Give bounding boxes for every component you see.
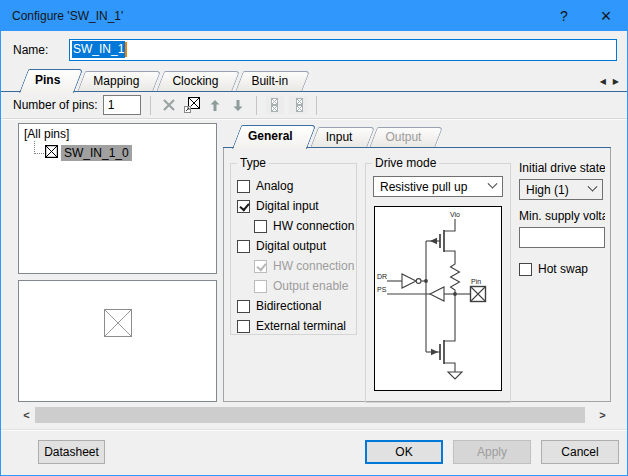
apply-button[interactable]: Apply: [453, 440, 531, 464]
min-supply-voltage-input[interactable]: [519, 227, 605, 248]
tree-root-all-pins[interactable]: [All pins]: [21, 127, 214, 144]
tree-item-label: SW_IN_1_0: [61, 145, 132, 161]
checkbox-hot-swap[interactable]: Hot swap: [519, 259, 605, 279]
right-pane: General Input Output Type Analog Digital…: [223, 123, 611, 402]
checkbox-box: [254, 220, 267, 233]
name-row: Name: SW_IN_1: [1, 31, 627, 66]
checkbox-box: [237, 180, 250, 193]
tab-clocking[interactable]: Clocking: [156, 71, 232, 92]
inner-tabstrip: General Input Output: [223, 123, 611, 148]
datasheet-button[interactable]: Datasheet: [38, 440, 105, 464]
tab-scroll-buttons: ◀ ▶: [600, 77, 619, 92]
type-group-title: Type: [237, 156, 269, 170]
checkbox-box: [237, 240, 250, 253]
pin-preview-panel: [18, 280, 217, 402]
toolbar-separator: [150, 96, 151, 115]
tree-connector: [34, 145, 44, 161]
drive-mode-schematic: Vio DR PS Pin: [374, 206, 502, 394]
tab-built-in[interactable]: Built-in: [235, 71, 302, 92]
tab-input[interactable]: Input: [310, 127, 367, 148]
tab-scroll-right-icon[interactable]: ▶: [613, 77, 619, 86]
help-button[interactable]: ?: [543, 1, 585, 31]
pin-icon: [45, 145, 58, 161]
cancel-button[interactable]: Cancel: [541, 440, 619, 464]
general-tab-page: Type Analog Digital input HW connection …: [223, 148, 611, 402]
chevron-down-icon: [488, 179, 498, 189]
schematic-ps-label: PS: [377, 286, 387, 293]
checkbox-external-terminal[interactable]: External terminal: [237, 316, 354, 336]
move-up-icon[interactable]: [206, 96, 224, 114]
scrollbar-thumb[interactable]: [35, 407, 585, 423]
scroll-right-icon[interactable]: >: [594, 407, 611, 423]
min-supply-voltage-label: Min. supply voltage: [519, 209, 605, 223]
name-input[interactable]: SW_IN_1: [69, 39, 617, 61]
drive-mode-dropdown[interactable]: Resistive pull up: [373, 176, 503, 197]
toolbar-separator: [256, 96, 257, 115]
footer-right-group: OK Apply Cancel: [365, 440, 619, 464]
left-column: [All pins] SW_IN_1_0: [18, 123, 217, 402]
drive-mode-group: Drive mode Resistive pull up: [365, 163, 511, 403]
checkbox-hw-connection-input[interactable]: HW connection: [237, 216, 354, 236]
titlebar[interactable]: Configure 'SW_IN_1' ? ×: [1, 1, 627, 31]
checkbox-analog[interactable]: Analog: [237, 176, 354, 196]
pin-tree[interactable]: [All pins] SW_IN_1_0: [18, 123, 217, 274]
initial-drive-state-label: Initial drive state:: [519, 161, 605, 175]
drive-mode-value: Resistive pull up: [380, 180, 467, 194]
checkbox-box: [237, 200, 250, 213]
checkbox-box: [254, 280, 267, 293]
pins-toolbar: Number of pins: 1: [1, 92, 627, 119]
checkbox-hw-connection-output[interactable]: HW connection: [237, 256, 354, 276]
footer-button-bar: Datasheet OK Apply Cancel: [1, 429, 627, 475]
move-down-icon[interactable]: [229, 96, 247, 114]
tab-general[interactable]: General: [232, 125, 307, 148]
close-button[interactable]: ×: [585, 1, 627, 31]
tab-pins[interactable]: Pins: [19, 69, 74, 92]
chevron-down-icon: [588, 182, 598, 192]
horizontal-scrollbar[interactable]: < >: [18, 407, 611, 423]
checkbox-box: [519, 263, 532, 276]
checkbox-bidirectional[interactable]: Bidirectional: [237, 296, 354, 316]
tab-scroll-left-icon[interactable]: ◀: [600, 77, 606, 86]
name-label: Name:: [13, 43, 69, 57]
schematic-dr-label: DR: [377, 273, 387, 280]
number-of-pins-input[interactable]: 1: [103, 95, 141, 115]
checkbox-box: [237, 320, 250, 333]
delete-pin-icon[interactable]: [160, 96, 178, 114]
checkbox-digital-input[interactable]: Digital input: [237, 196, 354, 216]
checkbox-digital-output[interactable]: Digital output: [237, 236, 354, 256]
schematic-vio-label: Vio: [450, 211, 460, 218]
scroll-left-icon[interactable]: <: [18, 407, 35, 423]
initial-state-column: Initial drive state: High (1) Min. suppl…: [519, 157, 605, 393]
main-tabstrip: Pins Mapping Clocking Built-in ◀ ▶: [1, 66, 627, 92]
checkbox-output-enable[interactable]: Output enable: [237, 276, 354, 296]
pin-preview-icon: [104, 309, 132, 337]
ok-button[interactable]: OK: [365, 440, 443, 464]
tab-output[interactable]: Output: [369, 127, 435, 148]
ungroup-pins-icon[interactable]: [289, 96, 307, 114]
schematic-pin-label: Pin: [471, 278, 481, 285]
checkbox-box: [254, 260, 267, 273]
group-pins-icon[interactable]: [266, 96, 284, 114]
tab-mapping[interactable]: Mapping: [77, 71, 153, 92]
add-pin-icon[interactable]: [183, 96, 201, 114]
drive-mode-title: Drive mode: [372, 156, 439, 170]
window-title: Configure 'SW_IN_1': [12, 9, 123, 23]
checkbox-box: [237, 300, 250, 313]
number-of-pins-label: Number of pins:: [13, 98, 98, 112]
tree-item-pin[interactable]: SW_IN_1_0: [34, 144, 214, 162]
type-group: Type Analog Digital input HW connection …: [230, 163, 357, 335]
name-value-selected: SW_IN_1: [72, 41, 125, 58]
content-area: [All pins] SW_IN_1_0 General: [1, 119, 627, 402]
toolbar-separator: [316, 96, 317, 115]
initial-drive-state-dropdown[interactable]: High (1): [519, 179, 603, 200]
configure-pin-dialog: Configure 'SW_IN_1' ? × Name: SW_IN_1 Pi…: [0, 0, 628, 476]
text-caret: [125, 42, 127, 57]
initial-drive-state-value: High (1): [526, 183, 569, 197]
